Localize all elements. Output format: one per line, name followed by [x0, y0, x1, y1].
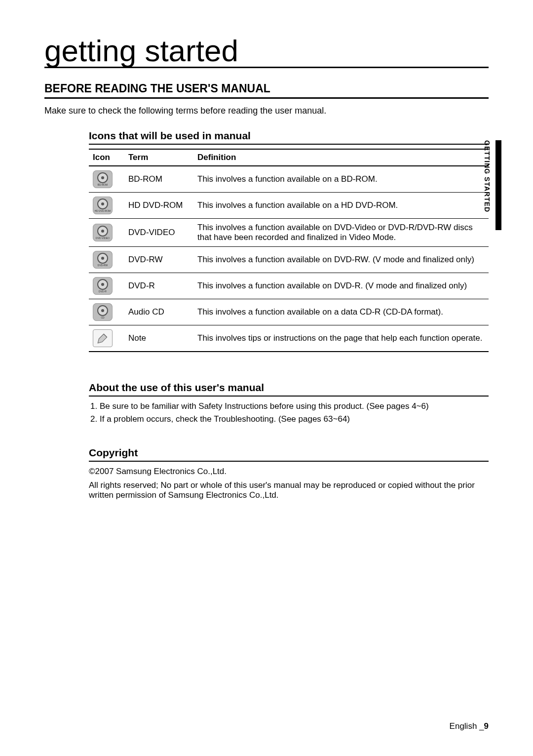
page-footer: English _9	[450, 721, 489, 731]
dvdrw-icon: DVD-RW	[93, 251, 113, 269]
definition-cell: This involves tips or instructions on th…	[193, 325, 489, 352]
definition-cell: This involves a function available on a …	[193, 299, 489, 325]
table-row: DVD-R DVD-R This involves a function ava…	[89, 273, 489, 299]
col-header-definition: Definition	[193, 149, 489, 166]
term-cell: DVD-VIDEO	[124, 219, 193, 247]
section-side-label: GETTING STARTED	[483, 140, 491, 212]
term-cell: Audio CD	[124, 299, 193, 325]
table-header-row: Icon Term Definition	[89, 149, 489, 166]
table-row: BD-ROM BD-ROM This involves a function a…	[89, 166, 489, 193]
bdrom-icon: BD-ROM	[93, 170, 113, 188]
footer-lang: English _	[450, 721, 484, 731]
col-header-icon: Icon	[89, 149, 124, 166]
term-cell: HD DVD-ROM	[124, 193, 193, 219]
page-title: getting started	[44, 35, 489, 68]
definition-cell: This involves a function available on a …	[193, 166, 489, 193]
table-row: HD DVD-ROM HD DVD-ROM This involves a fu…	[89, 193, 489, 219]
table-row: Note This involves tips or instructions …	[89, 325, 489, 352]
about-use-heading: About the use of this user's manual	[89, 382, 489, 397]
definition-cell: This involves a function available on DV…	[193, 247, 489, 273]
copyright-line2: All rights reserved; No part or whole of…	[89, 480, 489, 500]
col-header-term: Term	[124, 149, 193, 166]
copyright-line1: ©2007 Samsung Electronics Co.,Ltd.	[89, 467, 489, 477]
icons-table: Icon Term Definition BD-ROM BD-ROM This …	[89, 149, 489, 352]
dvdvideo-icon: DVD-VIDEO	[93, 224, 113, 241]
list-item: If a problem occurs, check the Troublesh…	[100, 414, 489, 424]
dvdr-icon: DVD-R	[93, 277, 113, 295]
definition-cell: This involves a function available on a …	[193, 193, 489, 219]
cd-icon: CD	[93, 303, 113, 321]
table-row: CD Audio CD This involves a function ava…	[89, 299, 489, 325]
term-cell: Note	[124, 325, 193, 352]
term-cell: BD-ROM	[124, 166, 193, 193]
page: getting started BEFORE READING THE USER'…	[0, 0, 533, 756]
intro-text: Make sure to check the following terms b…	[44, 106, 489, 116]
table-row: DVD-VIDEO DVD-VIDEO This involves a func…	[89, 219, 489, 247]
term-cell: DVD-RW	[124, 247, 193, 273]
section-tab-indicator	[495, 140, 501, 230]
definition-cell: This involves a function available on DV…	[193, 219, 489, 247]
copyright-heading: Copyright	[89, 447, 489, 462]
about-use-list: Be sure to be familiar with Safety Instr…	[100, 401, 489, 424]
list-item: Be sure to be familiar with Safety Instr…	[100, 401, 489, 411]
section-heading-before-reading: BEFORE READING THE USER'S MANUAL	[44, 82, 489, 99]
hddvdrom-icon: HD DVD-ROM	[93, 197, 113, 214]
table-row: DVD-RW DVD-RW This involves a function a…	[89, 247, 489, 273]
footer-page-number: 9	[484, 721, 489, 731]
note-icon	[93, 329, 113, 347]
definition-cell: This involves a function available on DV…	[193, 273, 489, 299]
icons-table-heading: Icons that will be used in manual	[89, 130, 489, 145]
term-cell: DVD-R	[124, 273, 193, 299]
